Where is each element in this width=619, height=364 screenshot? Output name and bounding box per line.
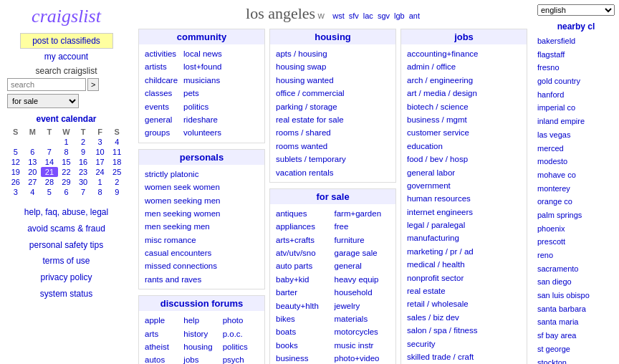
community-link[interactable]: local news (183, 47, 222, 60)
community-link[interactable]: activities (145, 47, 178, 60)
calendar-day[interactable]: 28 (41, 177, 58, 187)
nearby-city-link[interactable]: stockton (537, 356, 615, 365)
nearby-city-link[interactable]: bakersfield (537, 34, 615, 48)
housing-link[interactable]: sublets / temporary (276, 153, 390, 166)
forsale-link[interactable]: music instr (335, 339, 390, 352)
jobs-link[interactable]: skilled trade / craft (407, 350, 521, 363)
discussion-link[interactable]: housing (183, 340, 219, 353)
forsale-link[interactable]: photo+video (335, 352, 390, 364)
community-link[interactable]: musicians (183, 74, 222, 87)
discussion-link[interactable]: autos (145, 353, 181, 364)
jobs-link[interactable]: retail / wholesale (407, 297, 521, 310)
calendar-day[interactable]: 11 (108, 147, 125, 157)
calendar-day[interactable]: 5 (41, 187, 58, 197)
jobs-link[interactable]: manufacturing (407, 231, 521, 244)
calendar-day[interactable]: 4 (24, 187, 42, 197)
housing-link[interactable]: housing wanted (276, 74, 390, 87)
left-link[interactable]: system status (7, 286, 125, 302)
nearby-city-link[interactable]: modesto (537, 155, 615, 168)
community-link[interactable]: artists (145, 60, 178, 73)
calendar-day[interactable]: 4 (108, 137, 125, 147)
discussion-link[interactable]: p.o.c. (223, 327, 259, 340)
calendar-day[interactable]: 9 (75, 147, 92, 157)
forsale-link[interactable]: bikes (276, 312, 332, 325)
nearby-city-link[interactable]: fresno (537, 61, 615, 75)
community-link[interactable]: lost+found (183, 60, 222, 73)
jobs-link[interactable]: marketing / pr / ad (407, 245, 521, 258)
nearby-city-link[interactable]: las vegas (537, 128, 615, 142)
forsale-link[interactable]: household (335, 286, 390, 299)
left-link[interactable]: terms of use (7, 253, 125, 269)
calendar-day[interactable]: 2 (108, 177, 125, 187)
forsale-link[interactable]: books (276, 339, 332, 352)
city-sub-link[interactable]: lgb (394, 11, 405, 20)
calendar-day[interactable]: 23 (75, 167, 92, 177)
nearby-city-link[interactable]: imperial co (537, 101, 615, 115)
community-link[interactable]: classes (145, 87, 178, 100)
nearby-city-link[interactable]: santa barbara (537, 302, 615, 316)
nearby-city-link[interactable]: phoenix (537, 222, 615, 236)
forsale-link[interactable]: atv/utv/sno (276, 246, 332, 259)
forsale-link[interactable]: appliances (276, 220, 332, 233)
forsale-link[interactable]: garage sale (335, 246, 390, 259)
nearby-city-link[interactable]: prescott (537, 235, 615, 249)
forsale-link[interactable]: beauty+hlth (276, 300, 332, 312)
jobs-link[interactable]: government (407, 179, 521, 192)
discussion-link[interactable]: psych (223, 353, 259, 364)
nearby-city-link[interactable]: san luis obispo (537, 289, 615, 302)
city-sub-link[interactable]: ant (409, 11, 420, 20)
forsale-link[interactable]: barter (276, 286, 332, 299)
forsale-link[interactable]: boats (276, 325, 332, 338)
calendar-day[interactable]: 8 (92, 187, 109, 197)
community-link[interactable]: pets (183, 87, 222, 100)
calendar-day[interactable]: 3 (7, 187, 24, 197)
language-select[interactable]: english (537, 4, 615, 16)
calendar-day[interactable]: 7 (75, 187, 92, 197)
calendar-day[interactable]: 5 (7, 147, 24, 157)
housing-link[interactable]: real estate for sale (276, 113, 390, 126)
jobs-link[interactable]: food / bev / hosp (407, 153, 521, 166)
jobs-link[interactable]: nonprofit sector (407, 272, 521, 284)
nearby-city-link[interactable]: santa maria (537, 315, 615, 329)
post-to-classifieds-link[interactable]: post to classifieds (20, 33, 113, 49)
jobs-link[interactable]: admin / office (407, 60, 521, 73)
city-sub-link[interactable]: lac (363, 11, 373, 20)
community-link[interactable]: childcare (145, 74, 178, 87)
forsale-link[interactable]: business (276, 352, 332, 364)
personals-link[interactable]: casual encounters (145, 246, 259, 259)
housing-link[interactable]: rooms / shared (276, 126, 390, 139)
nearby-city-link[interactable]: gold country (537, 75, 615, 88)
personals-link[interactable]: women seek women (145, 181, 259, 193)
jobs-link[interactable]: security (407, 337, 521, 350)
search-category-select[interactable]: for sale (7, 94, 79, 108)
community-link[interactable]: rideshare (183, 113, 222, 126)
community-link[interactable]: volunteers (183, 126, 222, 139)
forsale-link[interactable]: baby+kid (276, 273, 332, 286)
calendar-day[interactable]: 1 (58, 137, 75, 147)
jobs-link[interactable]: internet engineers (407, 206, 521, 219)
calendar-day[interactable]: 7 (41, 147, 58, 157)
community-link[interactable]: general (145, 113, 178, 126)
discussion-link[interactable]: photo (223, 314, 259, 327)
calendar-day[interactable]: 6 (58, 187, 75, 197)
calendar-day[interactable]: 19 (7, 167, 24, 177)
calendar-day[interactable]: 9 (108, 187, 125, 197)
housing-link[interactable]: housing swap (276, 60, 390, 73)
left-link[interactable]: avoid scams & fraud (7, 221, 125, 237)
calendar-day[interactable]: 21 (41, 167, 58, 177)
forsale-link[interactable]: heavy equip (335, 273, 390, 286)
calendar-day[interactable]: 27 (24, 177, 42, 187)
jobs-link[interactable]: education (407, 140, 521, 153)
forsale-link[interactable]: auto parts (276, 259, 332, 272)
city-sub-link[interactable]: sfv (349, 11, 359, 20)
jobs-link[interactable]: salon / spa / fitness (407, 324, 521, 337)
nearby-city-link[interactable]: palm springs (537, 209, 615, 222)
community-link[interactable]: politics (183, 100, 222, 113)
nearby-city-link[interactable]: orange co (537, 195, 615, 209)
calendar-day[interactable]: 30 (75, 177, 92, 187)
housing-link[interactable]: rooms wanted (276, 140, 390, 153)
personals-link[interactable]: men seeking women (145, 207, 259, 220)
left-link[interactable]: privacy policy (7, 269, 125, 286)
discussion-link[interactable]: history (183, 327, 219, 340)
jobs-link[interactable]: customer service (407, 126, 521, 139)
